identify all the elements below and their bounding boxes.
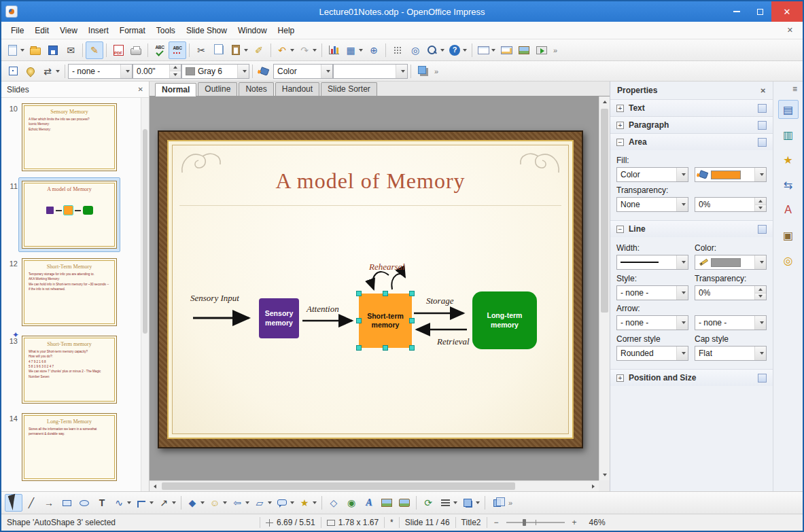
menu-slideshow[interactable]: Slide Show (181, 22, 232, 39)
chevron-down-icon[interactable] (476, 501, 480, 504)
chevron-down-icon[interactable] (223, 501, 227, 504)
dropdown-button[interactable] (676, 347, 688, 360)
section-line[interactable]: − Line (610, 220, 773, 237)
chevron-down-icon[interactable] (127, 501, 131, 504)
spin-up-button[interactable] (755, 198, 766, 205)
label-rehearsal[interactable]: Rehearsal (369, 262, 405, 272)
dropdown-button[interactable] (676, 168, 688, 181)
stars-button[interactable]: ★ (296, 494, 319, 512)
dialog-launcher-icon[interactable] (758, 225, 767, 234)
line-width-dropdown[interactable] (616, 255, 688, 270)
email-button[interactable]: ✉ (62, 41, 80, 59)
slide-thumbnail-row[interactable]: 10 Sensory Memory A filter which limits … (5, 103, 138, 171)
zoom-slider[interactable] (506, 522, 565, 523)
chevron-down-icon[interactable] (268, 501, 272, 504)
spin-up-button[interactable] (755, 286, 766, 293)
navigator-button[interactable]: ◎ (406, 41, 424, 59)
slide-thumbnail[interactable]: Short-Term Memory Temporary storage for … (22, 258, 117, 326)
slide-thumbnail[interactable]: Long-Term Memory Stores all the informat… (22, 413, 117, 481)
arrow-style-button[interactable]: ⇄ (39, 63, 62, 80)
sensory-memory-box[interactable]: Sensory memory (259, 298, 299, 338)
selection-handle[interactable] (409, 345, 415, 351)
extrusion-button[interactable] (488, 494, 506, 512)
zoom-button[interactable] (424, 41, 447, 59)
chevron-down-icon[interactable] (56, 70, 60, 73)
dropdown-button[interactable] (754, 316, 766, 330)
titlebar[interactable]: Lecture01Notes.odp - OpenOffice Impress … (1, 1, 803, 22)
redo-button[interactable]: ↷ (296, 41, 319, 59)
line-style-dropdown[interactable]: - none - (616, 285, 688, 300)
transparency-spinner[interactable]: 0% (695, 197, 767, 212)
chevron-down-icon[interactable] (245, 501, 249, 504)
format-paintbrush-button[interactable]: ✐ (250, 41, 268, 59)
sidebar-tab-gallery[interactable]: ▣ (778, 226, 799, 245)
block-arrows-button[interactable]: ⇦ (229, 494, 251, 512)
chevron-down-icon[interactable] (20, 49, 24, 52)
fill-color-select[interactable] (333, 64, 408, 79)
dropdown-button[interactable] (754, 168, 766, 181)
undo-button[interactable]: ↶ (274, 41, 296, 59)
fontwork-button[interactable]: A (360, 494, 378, 512)
gallery-button[interactable] (515, 41, 533, 59)
slide-canvas[interactable]: A model of Memory (150, 96, 610, 491)
dropdown-button[interactable] (120, 65, 132, 78)
transparency-type-dropdown[interactable]: None (616, 197, 688, 212)
section-position-size[interactable]: + Position and Size (610, 369, 773, 386)
dialog-launcher-icon[interactable] (758, 104, 767, 113)
scrollbar-thumb[interactable] (143, 129, 147, 334)
arrange-button[interactable] (459, 494, 482, 512)
sidebar-tab-custom-animation[interactable]: ★ (778, 150, 799, 169)
menu-view[interactable]: View (54, 22, 83, 39)
scrollbar-thumb[interactable] (601, 109, 608, 313)
label-attention[interactable]: Attention (307, 304, 339, 315)
arrow-start-dropdown[interactable]: - none - (616, 315, 688, 330)
selection-handle[interactable] (356, 291, 362, 296)
dialog-launcher-icon[interactable] (758, 138, 767, 147)
spin-down-button[interactable] (755, 293, 766, 300)
slide-thumbnail-row[interactable]: 13 Short-Term memory What is your Short-… (5, 336, 138, 404)
menu-tools[interactable]: Tools (151, 22, 181, 39)
rotate-button[interactable]: ⟳ (419, 494, 437, 512)
spellcheck-button[interactable]: ABC (151, 41, 169, 59)
dropdown-button[interactable] (754, 255, 766, 269)
scrollbar-thumb[interactable] (162, 482, 515, 490)
toolbar-overflow-icon[interactable]: » (550, 46, 560, 54)
short-term-memory-box[interactable]: Short-term memory (359, 294, 412, 348)
horizontal-scrollbar[interactable] (150, 480, 599, 491)
dropdown-button[interactable] (754, 347, 766, 360)
corner-style-dropdown[interactable]: Rounded (616, 346, 688, 361)
slide-thumbnail[interactable]: Sensory Memory A filter which limits the… (22, 103, 117, 171)
text-tool-button[interactable]: T (93, 494, 111, 512)
sidebar-menu-icon[interactable]: ≡ (792, 84, 803, 94)
glue-points-button[interactable]: ◉ (343, 494, 360, 512)
chevron-down-icon[interactable] (150, 501, 154, 504)
dropdown-button[interactable] (676, 255, 688, 269)
toolbar-overflow-icon[interactable]: » (506, 499, 515, 507)
new-slide-button[interactable] (475, 41, 497, 59)
zoom-percent[interactable]: 46% (584, 518, 611, 527)
line-tool-button[interactable]: ╱ (22, 494, 40, 512)
menu-insert[interactable]: Insert (83, 22, 114, 39)
menu-edit[interactable]: Edit (29, 22, 54, 39)
fill-color-dropdown[interactable] (695, 167, 767, 182)
slide-thumbnail[interactable]: Short-Term memory What is your Short-ter… (22, 336, 117, 404)
dropdown-button[interactable] (676, 198, 688, 211)
gallery-tool-button[interactable] (396, 494, 413, 512)
edit-file-button[interactable]: ✎ (86, 41, 103, 59)
slide-design-button[interactable] (497, 41, 515, 59)
expand-icon[interactable]: + (616, 122, 624, 129)
scroll-left-icon[interactable] (150, 481, 160, 491)
lines-arrows-button[interactable]: ↗ (156, 494, 178, 512)
selection-handle[interactable] (356, 318, 362, 323)
slideshow-button[interactable] (533, 41, 550, 59)
sidebar-tab-slide-transition[interactable]: ⇆ (778, 175, 799, 194)
slide-layout-name[interactable]: Title2 (456, 518, 487, 527)
shadow-button[interactable] (414, 63, 432, 80)
copy-button[interactable] (210, 41, 228, 59)
chevron-down-icon[interactable] (453, 501, 457, 504)
selection-handle[interactable] (409, 318, 415, 323)
spin-down-button[interactable] (170, 71, 181, 78)
paste-button[interactable] (228, 41, 250, 59)
line-color-dropdown[interactable] (695, 255, 767, 270)
sidebar-tab-styles[interactable]: A (778, 200, 799, 219)
